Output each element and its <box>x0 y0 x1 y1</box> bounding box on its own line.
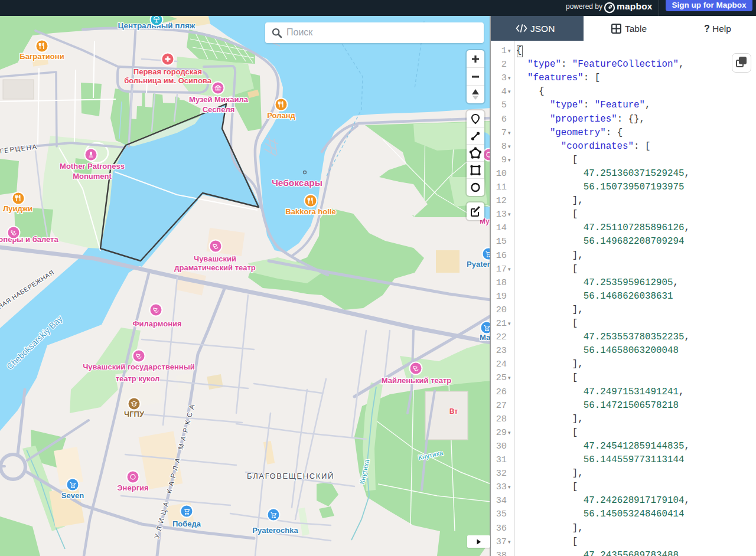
svg-text:Mother Patroness: Mother Patroness <box>60 162 125 171</box>
svg-text:Музей Михаила: Музей Михаила <box>189 95 249 104</box>
svg-text:Майленький театр: Майленький театр <box>382 376 452 385</box>
svg-text:Чувашский государственный: Чувашский государственный <box>83 362 195 371</box>
svg-text:Победа: Победа <box>172 519 201 528</box>
svg-text:Вт: Вт <box>449 407 458 416</box>
svg-text:Луиджи: Луиджи <box>3 204 32 213</box>
svg-text:Monument: Monument <box>73 172 112 181</box>
svg-text:ЧГПУ: ЧГПУ <box>124 410 145 418</box>
svg-text:Роланд: Роланд <box>267 111 295 120</box>
svg-text:Сеспеля: Сеспеля <box>203 105 235 114</box>
svg-text:драматический театр: драматический театр <box>174 263 256 272</box>
svg-text:Чувашский: Чувашский <box>194 254 236 263</box>
svg-text:Энергия: Энергия <box>117 483 148 492</box>
svg-text:Магазин: Магазин <box>480 333 491 342</box>
svg-text:Bakkora holle: Bakkora holle <box>285 207 335 216</box>
svg-text:Филармония: Филармония <box>132 319 181 328</box>
svg-text:Чебоксары: Чебоксары <box>272 178 322 188</box>
svg-text:Первая городская: Первая городская <box>133 67 202 76</box>
svg-text:Pyaterochka: Pyaterochka <box>467 260 491 269</box>
svg-text:Багратиони: Багратиони <box>19 52 64 61</box>
svg-text:Pyaterochka: Pyaterochka <box>252 526 298 535</box>
svg-text:БЛАГОВЕЩЕНСКИЙ: БЛАГОВЕЩЕНСКИЙ <box>247 472 334 480</box>
svg-text:Seven: Seven <box>61 491 84 500</box>
svg-text:больница им. Осипова: больница им. Осипова <box>124 76 212 85</box>
svg-text:театр кукол: театр кукол <box>116 374 160 383</box>
